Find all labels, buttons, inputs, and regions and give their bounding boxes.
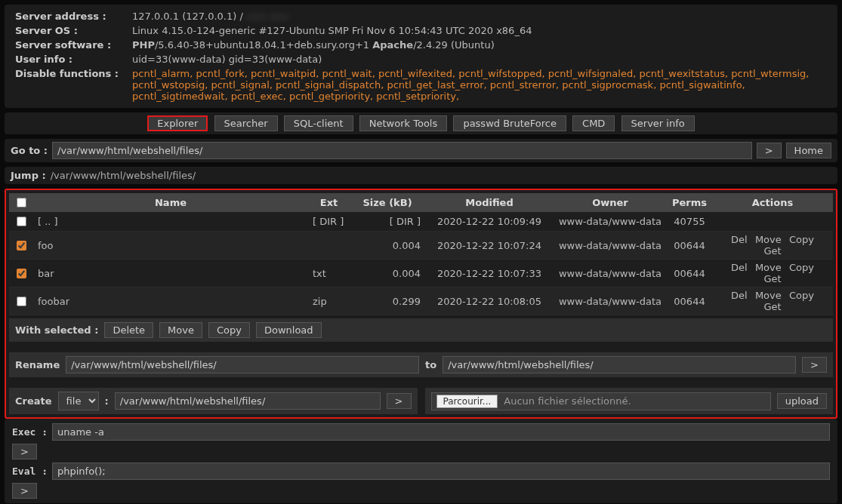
user-info-value: uid=33(www-data) gid=33(www-data) <box>129 52 830 66</box>
file-actions: Del Move Copy Get <box>712 260 833 287</box>
file-ext: txt <box>308 260 350 287</box>
exec-label: Exec : <box>12 426 48 438</box>
file-perms: 00644 <box>667 260 712 287</box>
tab-cmd[interactable]: CMD <box>572 115 615 131</box>
jump-path[interactable]: /var/www/html/webshell/files/ <box>51 170 196 181</box>
col-modified[interactable]: Modified <box>425 193 554 212</box>
file-ext: [ DIR ] <box>308 212 350 232</box>
disable-functions-label: Disable functions : <box>12 66 129 103</box>
file-placeholder: Aucun fichier sélectionné. <box>504 395 631 407</box>
jump-label: Jump : <box>11 170 46 181</box>
file-modified: 2020-12-22 10:07:33 <box>425 260 554 287</box>
table-row: bar txt 0.004 2020-12-22 10:07:33 www-da… <box>9 260 833 287</box>
create-button[interactable]: > <box>387 393 412 409</box>
col-owner[interactable]: Owner <box>554 193 667 212</box>
tab-sql-client[interactable]: SQL-client <box>284 115 353 131</box>
file-name[interactable]: [ .. ] <box>33 212 308 232</box>
tab-searcher[interactable]: Searcher <box>214 115 278 131</box>
create-type-select[interactable]: file <box>58 392 99 410</box>
copy-button[interactable]: Copy <box>208 322 250 338</box>
home-button[interactable]: Home <box>786 143 831 158</box>
rename-button[interactable]: > <box>802 357 827 373</box>
tab-network-tools[interactable]: Network Tools <box>359 115 447 131</box>
file-perms: 00644 <box>667 232 712 260</box>
file-owner: www-data/www-data <box>554 212 667 232</box>
file-modified: 2020-12-22 10:07:24 <box>425 232 554 260</box>
user-info-label: User info : <box>12 52 129 66</box>
tabs-bar: Explorer Searcher SQL-client Network Too… <box>5 112 837 134</box>
create-colon: : <box>105 395 109 407</box>
row-checkbox[interactable] <box>17 241 26 250</box>
file-name[interactable]: foo <box>33 232 308 260</box>
action-move[interactable]: Move <box>755 234 782 245</box>
file-size: [ DIR ] <box>350 212 425 232</box>
rename-to-input[interactable] <box>443 356 796 373</box>
action-get[interactable]: Get <box>763 301 781 312</box>
file-modified: 2020-12-22 10:09:49 <box>425 212 554 232</box>
disable-functions-value: pcntl_alarm, pcntl_fork, pcntl_waitpid, … <box>129 66 830 103</box>
row-checkbox[interactable] <box>17 217 26 226</box>
col-size[interactable]: Size (kB) <box>350 193 425 212</box>
eval-button[interactable]: > <box>12 483 37 499</box>
file-name[interactable]: bar <box>33 260 308 287</box>
server-info-panel: Server address : 127.0.0.1 (127.0.0.1) /… <box>5 5 837 108</box>
action-move[interactable]: Move <box>755 290 782 301</box>
action-copy[interactable]: Copy <box>789 262 814 273</box>
action-copy[interactable]: Copy <box>789 234 814 245</box>
row-checkbox[interactable] <box>17 269 26 278</box>
file-size: 0.299 <box>350 287 425 315</box>
exec-button[interactable]: > <box>12 444 37 459</box>
tab-passwd-bruteforce[interactable]: passwd BruteForce <box>453 115 566 131</box>
action-del[interactable]: Del <box>731 262 748 273</box>
create-path-input[interactable] <box>115 392 381 410</box>
file-perms: 40755 <box>667 212 712 232</box>
table-row: foo 0.004 2020-12-22 10:07:24 www-data/w… <box>9 232 833 260</box>
with-selected-label: With selected : <box>15 324 98 336</box>
exec-eval-panel: Exec : > Eval : > <box>5 419 837 503</box>
rename-from-input[interactable] <box>66 356 419 373</box>
goto-input[interactable] <box>52 142 752 159</box>
goto-row: Go to : > Home <box>5 139 837 162</box>
server-os-label: Server OS : <box>12 23 129 38</box>
server-address-value: 127.0.0.1 (127.0.0.1) / —— —— <box>129 9 830 23</box>
action-del[interactable]: Del <box>731 290 748 301</box>
move-button[interactable]: Move <box>159 322 202 338</box>
file-modified: 2020-12-22 10:08:05 <box>425 287 554 315</box>
server-address-label: Server address : <box>12 9 129 23</box>
file-name[interactable]: foobar <box>33 287 308 315</box>
file-actions <box>712 212 833 232</box>
delete-button[interactable]: Delete <box>104 322 153 338</box>
jump-row: Jump : /var/www/html/webshell/files/ <box>5 167 837 184</box>
row-checkbox[interactable] <box>17 297 26 306</box>
exec-row: Exec : <box>12 423 830 441</box>
tab-server-info[interactable]: Server info <box>621 115 695 131</box>
goto-button[interactable]: > <box>757 143 782 158</box>
file-ext <box>308 232 350 260</box>
tab-explorer[interactable]: Explorer <box>147 115 208 131</box>
file-explorer-panel: Name Ext Size (kB) Modified Owner Perms … <box>5 189 837 419</box>
browse-button[interactable]: Parcourir... <box>436 395 498 408</box>
col-perms[interactable]: Perms <box>667 193 712 212</box>
file-chooser[interactable]: Parcourir... Aucun fichier sélectionné. <box>431 392 771 410</box>
with-selected-spacer <box>437 318 833 342</box>
exec-input[interactable] <box>52 423 830 441</box>
action-get[interactable]: Get <box>763 245 781 257</box>
action-get[interactable]: Get <box>763 273 781 284</box>
create-label: Create <box>15 395 52 407</box>
col-checkbox <box>9 193 33 212</box>
col-name[interactable]: Name <box>33 193 308 212</box>
select-all-checkbox[interactable] <box>17 198 26 207</box>
file-table: Name Ext Size (kB) Modified Owner Perms … <box>9 193 833 315</box>
table-row: foobar zip 0.299 2020-12-22 10:08:05 www… <box>9 287 833 315</box>
upload-button[interactable]: upload <box>777 393 827 409</box>
action-copy[interactable]: Copy <box>789 290 814 301</box>
action-move[interactable]: Move <box>755 262 782 273</box>
action-del[interactable]: Del <box>731 234 748 245</box>
file-ext: zip <box>308 287 350 315</box>
with-selected-row: With selected : Delete Move Copy Downloa… <box>9 318 437 342</box>
eval-input[interactable] <box>52 463 830 480</box>
col-ext[interactable]: Ext <box>308 193 350 212</box>
file-owner: www-data/www-data <box>554 287 667 315</box>
server-os-value: Linux 4.15.0-124-generic #127-Ubuntu SMP… <box>129 23 830 38</box>
download-button[interactable]: Download <box>256 322 322 338</box>
